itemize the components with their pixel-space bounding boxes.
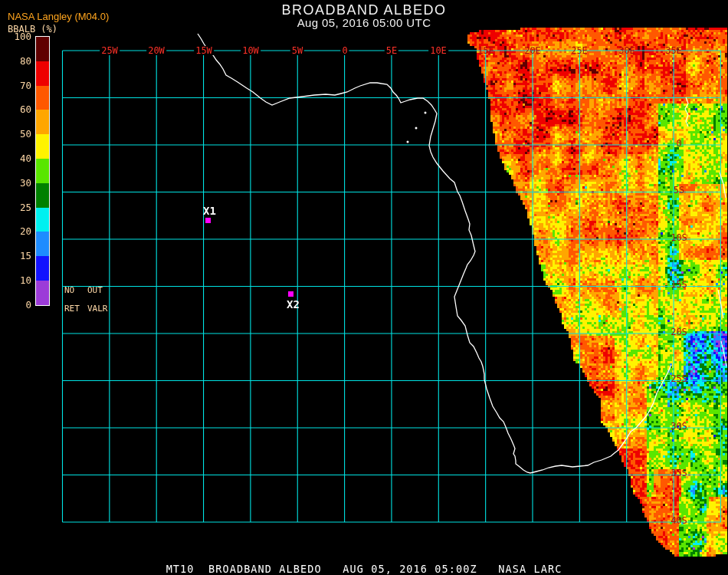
map-overlay bbox=[0, 0, 728, 575]
albedo-map-view: BROADBAND ALBEDO Aug 05, 2016 05:00 UTC … bbox=[0, 0, 728, 575]
colorbar-segment bbox=[36, 110, 49, 134]
colorbar-segment bbox=[36, 37, 49, 61]
island-dot bbox=[425, 112, 427, 114]
page-subtitle: Aug 05, 2016 05:00 UTC bbox=[0, 16, 728, 29]
lake-outline bbox=[685, 97, 688, 127]
marker-label-x2: X2 bbox=[287, 299, 300, 310]
colorbar-segment bbox=[36, 232, 49, 256]
lat-label: 15S bbox=[671, 280, 687, 289]
colorbar-tick-label: 70 bbox=[0, 81, 31, 90]
lon-label: 25E bbox=[571, 46, 588, 55]
lat-label: 20S bbox=[671, 327, 687, 337]
colorbar-tick-label: 20 bbox=[0, 227, 31, 236]
marker-dot-x1 bbox=[205, 218, 211, 223]
coastline-path bbox=[198, 34, 671, 473]
marker-dot-x2 bbox=[288, 291, 293, 297]
colorbar-tick-label: 30 bbox=[0, 179, 31, 188]
colorbar-segment bbox=[36, 86, 49, 110]
colorbar-segment bbox=[36, 134, 49, 159]
lat-label: 35S bbox=[671, 468, 687, 478]
lon-label: 35E bbox=[665, 46, 682, 55]
lon-label: 15W bbox=[194, 46, 214, 55]
lon-label: 25W bbox=[100, 46, 120, 55]
colorbar-tick-label: 100 bbox=[0, 32, 31, 41]
colorbar-tick-label: 80 bbox=[0, 57, 31, 66]
lon-label: 5W bbox=[290, 46, 304, 55]
colorbar-tick-label: 10 bbox=[0, 276, 31, 285]
lon-label: 20W bbox=[146, 46, 166, 55]
footer-caption: MT10 BROADBAND ALBEDO AUG 05, 2016 05:00… bbox=[0, 563, 728, 575]
coastline-dash bbox=[721, 341, 726, 366]
lat-label: 40S bbox=[671, 516, 687, 525]
flag-no-label: NO bbox=[64, 286, 74, 294]
lat-label: 10S bbox=[671, 233, 687, 242]
lon-label: 20E bbox=[524, 46, 541, 55]
lon-label: 15E bbox=[477, 46, 494, 55]
colorbar-tick-label: 60 bbox=[0, 105, 31, 114]
colorbar-tick-label: 25 bbox=[0, 203, 31, 212]
lon-label: 10W bbox=[241, 46, 261, 55]
colorbar-tick-label: 50 bbox=[0, 130, 31, 139]
lat-label: 30S bbox=[671, 422, 687, 431]
colorbar-tick-label: 15 bbox=[0, 251, 31, 261]
producer-label: NASA Langley (M04.0) bbox=[8, 11, 109, 22]
colorbar-segment bbox=[36, 159, 49, 183]
island-dot bbox=[407, 141, 409, 143]
colorbar-tick-label: 40 bbox=[0, 154, 31, 163]
flag-valr-label: VALR bbox=[87, 304, 108, 313]
lat-label: 0 bbox=[676, 139, 681, 148]
colorbar bbox=[35, 36, 50, 306]
lon-label: 0 bbox=[340, 46, 349, 55]
grid-lines bbox=[63, 51, 721, 522]
lat-label: 5S bbox=[674, 186, 684, 195]
lon-label: 10E bbox=[428, 46, 448, 55]
lat-label: 25S bbox=[671, 374, 687, 383]
lon-label: 5E bbox=[385, 46, 398, 55]
colorbar-tick-label: 0 bbox=[0, 301, 31, 310]
colorbar-segment bbox=[36, 208, 49, 232]
colorbar-segment bbox=[36, 61, 49, 86]
colorbar-segment bbox=[36, 281, 49, 305]
lon-label: 30E bbox=[618, 46, 635, 55]
flag-ret-label: RET bbox=[64, 304, 80, 313]
island-dot bbox=[415, 127, 418, 130]
flag-out-label: OUT bbox=[87, 286, 103, 294]
colorbar-segment bbox=[36, 183, 49, 208]
marker-label-x1: X1 bbox=[203, 205, 216, 216]
colorbar-segment bbox=[36, 256, 49, 281]
